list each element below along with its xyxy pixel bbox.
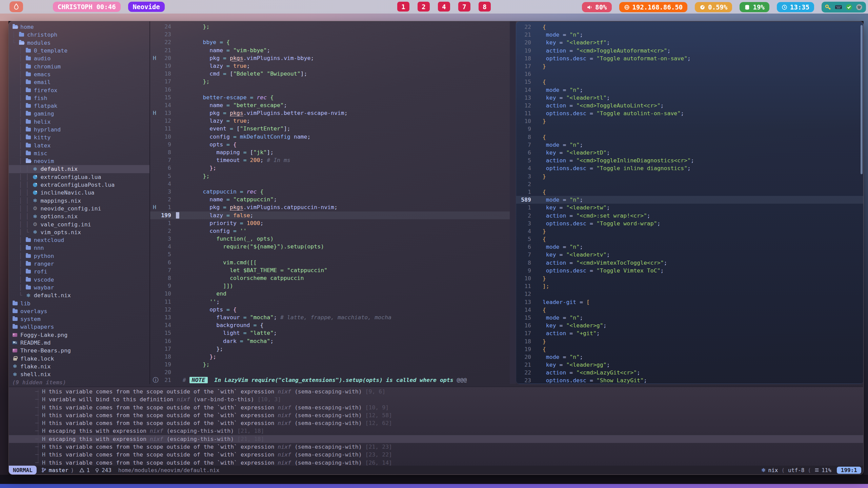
code-line[interactable]: 17 } <box>516 62 864 70</box>
launcher-button[interactable] <box>9 1 23 12</box>
volume-widget[interactable]: 80% <box>582 2 611 12</box>
code-line[interactable]: 11 options.desc = "Toggle autolint-on-sa… <box>516 109 864 117</box>
spotify-icon[interactable] <box>856 4 863 11</box>
tree-item[interactable]: Foggy-Lake.png <box>9 331 149 339</box>
code-line[interactable]: 5 action = "<cmd>ToggleInlineDiagnostics… <box>516 157 864 164</box>
code-line[interactable]: 14 mode = "n"; <box>516 86 864 94</box>
diagnostic-row[interactable]: ─ H this variable comes from the scope o… <box>9 451 863 459</box>
tree-item[interactable]: │ neovim <box>9 157 149 165</box>
code-line[interactable]: 8 colorscheme catppuccin <box>150 274 510 282</box>
code-line[interactable]: 9 <box>516 125 864 133</box>
code-line[interactable]: 6 mode = "n"; <box>516 243 864 251</box>
code-line[interactable]: 17 }; <box>150 345 510 353</box>
code-line[interactable]: 16 dark = "mocha"; <box>150 337 510 345</box>
code-line[interactable]: 10 config = mkDefaultConfig name; <box>150 133 510 141</box>
tree-item[interactable]: │ │ ❄mappings.nix <box>9 197 149 205</box>
code-line[interactable]: 15 better-escape = rec { <box>150 94 510 101</box>
tree-item[interactable]: │ vscode <box>9 276 149 284</box>
workspace-tag[interactable]: 2 <box>418 2 430 12</box>
code-line[interactable]: H1 pkg = pkgs.vimPlugins.catppuccin-nvim… <box>150 203 510 211</box>
tree-item[interactable]: │ │ inclineNavic.lua <box>9 189 149 197</box>
cpu-widget[interactable]: 0.59% <box>695 2 732 12</box>
tree-item[interactable]: │ audio <box>9 55 149 62</box>
clock-widget[interactable]: 13:35 <box>777 2 814 12</box>
code-line[interactable]: 7 mode = "n"; <box>516 141 864 149</box>
tree-item[interactable]: │ python <box>9 252 149 260</box>
diagnostic-row[interactable]: ─ H this variable comes from the scope o… <box>9 411 863 419</box>
tree-item[interactable]: │ emacs <box>9 70 149 78</box>
tree-item[interactable]: Three-Bears.png <box>9 347 149 354</box>
code-line[interactable]: 3 options.desc = "Toggle word-wrap"; <box>516 220 864 227</box>
code-line[interactable]: 4 options.desc = "Toggle inline diagnost… <box>516 164 864 172</box>
tree-item[interactable]: │ kitty <box>9 134 149 141</box>
code-line[interactable]: 3 catppuccin = rec { <box>150 188 510 196</box>
tree-item[interactable]: │ hyprland <box>9 126 149 134</box>
code-line[interactable]: 17 action = "+git"; <box>516 329 864 337</box>
code-line[interactable]: 589 mode = "n"; <box>516 196 864 204</box>
diagnostic-row[interactable]: ─ H this variable comes from the scope o… <box>9 388 863 395</box>
code-line[interactable]: 199 lazy = false; <box>150 211 510 219</box>
user-clock-badge[interactable]: CHRISTOPH 00:46 <box>53 2 121 12</box>
keyboard-icon[interactable] <box>835 4 842 10</box>
diagnostic-row[interactable]: ─ H this variable comes from the scope o… <box>9 419 863 427</box>
tree-item[interactable]: flake.lock <box>9 354 149 362</box>
code-line[interactable]: 4 } <box>516 227 864 235</box>
diagnostic-row[interactable]: ─ H escaping this with expression nixf (… <box>9 427 863 435</box>
tree-item[interactable]: wallpapers <box>9 323 149 331</box>
app-badge[interactable]: Neovide <box>128 2 165 12</box>
code-line[interactable]: 5 }; <box>150 172 510 180</box>
code-line[interactable]: 17 }; <box>150 78 510 85</box>
code-line[interactable]: 1 key = "<leader>tw"; <box>516 204 864 211</box>
code-line[interactable]: 7 timeout = 200; # In ms <box>150 156 510 164</box>
tree-item[interactable]: │ waybar <box>9 284 149 291</box>
code-line[interactable]: 9 opts = { <box>150 141 510 148</box>
code-line[interactable]: 12 opts = { <box>150 306 510 313</box>
code-line[interactable]: ⓘ21 # NOTE In LazyVim require("clang_ext… <box>150 376 510 384</box>
code-line[interactable]: 20 <box>150 368 510 376</box>
tree-item[interactable]: │ helix <box>9 118 149 126</box>
code-line[interactable]: 1 priority = 1000; <box>150 219 510 227</box>
code-line[interactable]: 9 ]]) <box>150 282 510 290</box>
workspace-tag[interactable]: 7 <box>458 2 470 12</box>
tree-item[interactable]: ❄shell.nix <box>9 370 149 378</box>
code-line[interactable]: 18 } <box>516 338 864 345</box>
tree-item[interactable]: │ nnn <box>9 244 149 252</box>
code-line[interactable]: 4 <box>150 180 510 188</box>
code-line[interactable]: 10 } <box>516 274 864 282</box>
tree-item[interactable]: │ fish <box>9 94 149 102</box>
code-line[interactable]: 12 action = "<cmd>ToggleAutoLint<cr>"; <box>516 102 864 109</box>
tree-item[interactable]: │ └ ❄vim_opts.nix <box>9 228 149 236</box>
code-line[interactable]: H20 pkg = pkgs.vimPlugins.vim-bbye; <box>150 54 510 62</box>
code-line[interactable]: 3 } <box>516 172 864 180</box>
code-line[interactable]: 14 background = { <box>150 321 510 329</box>
code-line[interactable]: 20 mode = "n"; <box>516 353 864 361</box>
code-line[interactable]: 16 key = "<leader>g"; <box>516 322 864 329</box>
tree-item[interactable]: │ ranger <box>9 260 149 268</box>
tree-item[interactable]: │ nextcloud <box>9 236 149 244</box>
code-line[interactable]: 22 { <box>516 23 864 31</box>
code-line[interactable]: 18 cmd = ["Bdelete" "Bwipeout"]; <box>150 70 510 78</box>
code-line[interactable]: 11 ]; <box>516 282 864 290</box>
code-line[interactable]: 3 function(_, opts) <box>150 235 510 243</box>
code-line[interactable]: 19 lazy = true; <box>150 62 510 70</box>
key-icon[interactable] <box>825 4 831 11</box>
code-line[interactable]: 23 <box>150 30 510 38</box>
code-line[interactable]: 8 { <box>516 133 864 141</box>
workspace-tag[interactable]: 1 <box>397 2 409 12</box>
network-widget[interactable]: 192.168.86.50 <box>619 2 688 12</box>
code-line[interactable]: 13 flavour = "mocha"; # latte, frappe, m… <box>150 313 510 321</box>
diagnostic-row[interactable]: ─ H this variable comes from the scope o… <box>9 404 863 411</box>
code-line[interactable]: 14 { <box>516 306 864 314</box>
tree-item[interactable]: └ modules <box>9 39 149 47</box>
code-line[interactable]: 19 }; <box>150 361 510 368</box>
code-line[interactable]: 16 <box>516 70 864 78</box>
code-line[interactable]: 11 ''; <box>150 298 510 306</box>
code-line[interactable]: 2 name = "catppuccin"; <box>150 196 510 203</box>
code-line[interactable]: 10 } <box>516 117 864 125</box>
diagnostic-row[interactable]: ─ H escaping this with expression nixf (… <box>9 435 863 443</box>
tree-item[interactable]: home <box>9 23 149 31</box>
code-line[interactable]: 13 key = "<leader>tl"; <box>516 94 864 102</box>
tree-item[interactable]: M↓README.md <box>9 339 149 347</box>
workspace-tag[interactable]: 4 <box>438 2 450 12</box>
code-line[interactable]: 18 }; <box>150 353 510 361</box>
